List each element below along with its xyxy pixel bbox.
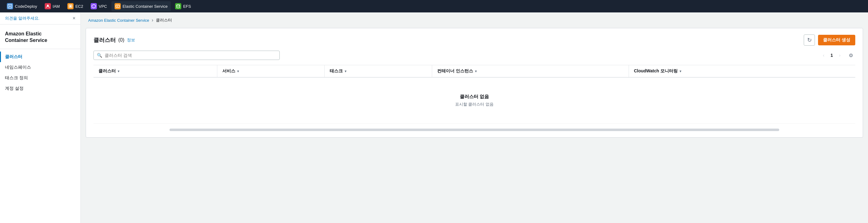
table-empty-row: 클러스터 없음 표시할 클러스터 없음 bbox=[93, 77, 855, 124]
panel-title: 클러스터 bbox=[93, 36, 116, 44]
vpc-label: VPC bbox=[99, 4, 107, 9]
col-container-sort-icon[interactable]: ▼ bbox=[474, 70, 477, 73]
ecs-icon bbox=[115, 3, 121, 9]
col-service-sort-icon[interactable]: ▼ bbox=[237, 70, 240, 73]
efs-icon bbox=[175, 3, 181, 9]
settings-icon: ⚙ bbox=[849, 53, 853, 58]
sidebar-title-text: Amazon Elastic Container Service bbox=[5, 31, 47, 43]
col-container-label: 컨테이너 인스턴스 bbox=[437, 68, 473, 74]
nav-item-efs[interactable]: EFS bbox=[172, 1, 194, 11]
breadcrumb-link-ecs[interactable]: Amazon Elastic Container Service bbox=[88, 18, 149, 23]
search-input[interactable] bbox=[104, 53, 276, 58]
col-header-service: 서비스 ▼ bbox=[217, 65, 325, 77]
content-area: Amazon Elastic Container Service › 클러스터 … bbox=[81, 12, 868, 223]
sidebar-item-clusters[interactable]: 클러스터 bbox=[0, 52, 81, 62]
col-task-sort-icon[interactable]: ▼ bbox=[344, 70, 347, 73]
col-header-container: 컨테이너 인스턴스 ▼ bbox=[432, 65, 629, 77]
iam-icon bbox=[45, 3, 51, 9]
pagination: ‹ 1 › ⚙ bbox=[819, 51, 855, 60]
sidebar-service-title: Amazon Elastic Container Service bbox=[0, 25, 81, 49]
col-service-label: 서비스 bbox=[222, 68, 235, 74]
sidebar-nav: 클러스터 네임스페이스 태스크 정의 계정 설정 bbox=[0, 49, 81, 96]
nav-item-ec2[interactable]: EC2 bbox=[64, 1, 86, 11]
breadcrumb-current: 클러스터 bbox=[156, 18, 172, 23]
clusters-table: 클러스터 ▼ 서비스 ▼ bbox=[93, 65, 855, 124]
ecs-label: Elastic Container Service bbox=[123, 4, 168, 9]
codedeploy-icon bbox=[7, 3, 13, 9]
ec2-icon bbox=[67, 3, 73, 9]
col-header-cloudwatch: CloudWatch 모니터링 ▼ bbox=[629, 65, 855, 77]
table-header-row: 클러스터 ▼ 서비스 ▼ bbox=[93, 65, 855, 77]
breadcrumb-separator: › bbox=[152, 18, 153, 23]
panel-info-link[interactable]: 정보 bbox=[127, 37, 135, 43]
create-cluster-button[interactable]: 클러스터 생성 bbox=[818, 35, 855, 45]
sidebar: 의견을 알려주세요. × Amazon Elastic Container Se… bbox=[0, 12, 81, 223]
sidebar-item-account-settings[interactable]: 계정 설정 bbox=[0, 83, 81, 94]
empty-state: 클러스터 없음 표시할 클러스터 없음 bbox=[98, 82, 850, 120]
col-cluster-sort-icon[interactable]: ▼ bbox=[117, 70, 120, 73]
col-task-label: 태스크 bbox=[330, 68, 343, 74]
empty-subtitle: 표시할 클러스터 없음 bbox=[104, 101, 844, 107]
col-cloudwatch-label: CloudWatch 모니터링 bbox=[634, 68, 678, 74]
col-header-task: 태스크 ▼ bbox=[325, 65, 432, 77]
iam-label: IAM bbox=[53, 4, 60, 9]
nav-item-iam[interactable]: IAM bbox=[41, 1, 63, 11]
page-number: 1 bbox=[831, 53, 833, 58]
svg-point-6 bbox=[177, 5, 180, 6]
col-cloudwatch-sort-icon[interactable]: ▼ bbox=[679, 70, 682, 73]
sidebar-item-clusters-label: 클러스터 bbox=[5, 54, 22, 59]
sidebar-item-account-settings-label: 계정 설정 bbox=[5, 86, 24, 91]
panel-actions: ↻ 클러스터 생성 bbox=[804, 34, 855, 46]
sidebar-item-namespaces[interactable]: 네임스페이스 bbox=[0, 62, 81, 73]
svg-rect-3 bbox=[69, 5, 71, 7]
refresh-icon: ↻ bbox=[807, 37, 812, 43]
panel-header: 클러스터 (0) 정보 ↻ 클러스터 생성 bbox=[93, 34, 855, 46]
panel-footer bbox=[93, 124, 855, 131]
svg-rect-5 bbox=[116, 5, 120, 7]
next-page-button[interactable]: › bbox=[835, 51, 844, 60]
scroll-indicator bbox=[169, 129, 779, 131]
empty-title: 클러스터 없음 bbox=[104, 94, 844, 100]
feedback-link[interactable]: 의견을 알려주세요. bbox=[5, 15, 39, 21]
table-container: 클러스터 ▼ 서비스 ▼ bbox=[93, 65, 855, 124]
top-nav: CodeDeploy IAM EC2 VPC bbox=[0, 0, 868, 12]
main-layout: 의견을 알려주세요. × Amazon Elastic Container Se… bbox=[0, 12, 868, 223]
nav-item-codedeploy[interactable]: CodeDeploy bbox=[4, 1, 40, 11]
nav-item-ecs[interactable]: Elastic Container Service bbox=[112, 1, 171, 11]
panel-count: (0) bbox=[118, 37, 124, 43]
clusters-panel: 클러스터 (0) 정보 ↻ 클러스터 생성 🔍 bbox=[86, 28, 863, 137]
breadcrumb: Amazon Elastic Container Service › 클러스터 bbox=[81, 12, 868, 28]
svg-marker-4 bbox=[92, 4, 96, 8]
codedeploy-label: CodeDeploy bbox=[15, 4, 37, 9]
table-body: 클러스터 없음 표시할 클러스터 없음 bbox=[93, 77, 855, 124]
efs-label: EFS bbox=[183, 4, 191, 9]
ec2-label: EC2 bbox=[75, 4, 83, 9]
col-header-cluster: 클러스터 ▼ bbox=[93, 65, 217, 77]
sidebar-item-task-definitions[interactable]: 태스크 정의 bbox=[0, 73, 81, 83]
sidebar-item-namespaces-label: 네임스페이스 bbox=[5, 65, 31, 70]
svg-point-1 bbox=[47, 5, 49, 6]
table-head: 클러스터 ▼ 서비스 ▼ bbox=[93, 65, 855, 77]
close-feedback-button[interactable]: × bbox=[73, 15, 75, 21]
refresh-button[interactable]: ↻ bbox=[804, 34, 815, 46]
search-box: 🔍 bbox=[93, 51, 280, 60]
search-icon: 🔍 bbox=[97, 53, 102, 58]
nav-item-vpc[interactable]: VPC bbox=[88, 1, 110, 11]
search-pagination-row: 🔍 ‹ 1 › ⚙ bbox=[93, 51, 855, 60]
table-settings-button[interactable]: ⚙ bbox=[846, 51, 855, 60]
panel-title-row: 클러스터 (0) 정보 bbox=[93, 36, 135, 44]
col-cluster-label: 클러스터 bbox=[98, 68, 116, 74]
vpc-icon bbox=[91, 3, 97, 9]
prev-page-button[interactable]: ‹ bbox=[819, 51, 828, 60]
feedback-bar: 의견을 알려주세요. × bbox=[0, 12, 81, 25]
sidebar-item-task-definitions-label: 태스크 정의 bbox=[5, 75, 28, 80]
